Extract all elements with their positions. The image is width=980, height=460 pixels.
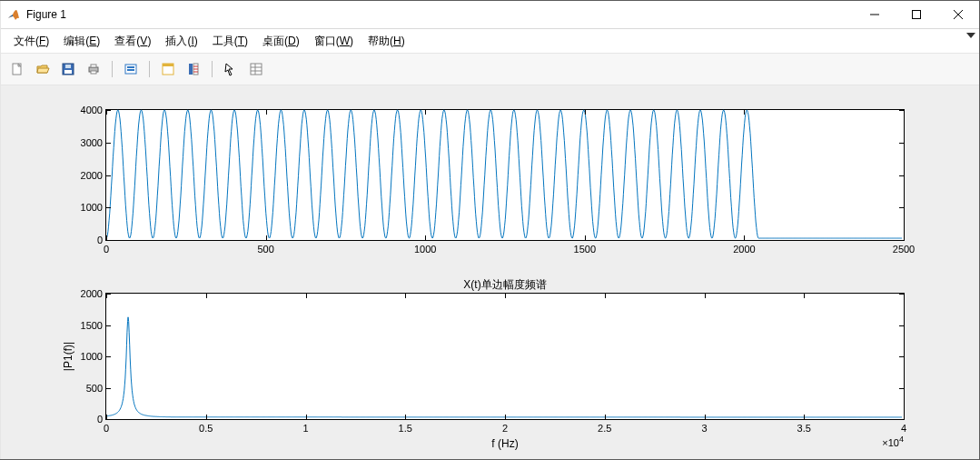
figure-window: :80:-c2( :(-(-( Figure 1: [0, 0, 980, 460]
x-tick-label: 0.5: [199, 419, 213, 434]
figure-area[interactable]: 0500100015002000250001000200030004000 X(…: [1, 85, 979, 459]
x-tick-label: 3: [701, 419, 707, 434]
y-tick-label: 0: [97, 414, 106, 425]
menu-tools[interactable]: 工具(T): [207, 32, 253, 51]
x-tick-label: 500: [257, 240, 273, 255]
y-tick-label: 500: [86, 383, 106, 394]
axes-bottom-xlabel: f (Hz): [491, 437, 518, 450]
y-tick-label: 2000: [81, 288, 106, 299]
menu-view[interactable]: 查看(V): [109, 32, 156, 51]
axes-bottom-ylabel: |P1(f)|: [62, 342, 74, 371]
line-plot-spectrum: [106, 294, 904, 419]
line-plot-signal: [106, 110, 904, 240]
svg-rect-6: [64, 70, 72, 74]
titlebar: Figure 1: [1, 1, 979, 29]
x-tick-label: 3.5: [797, 419, 811, 434]
toolbar-separator: [112, 61, 113, 77]
menu-window[interactable]: 窗口(W): [309, 32, 359, 51]
svg-rect-7: [65, 65, 71, 68]
menubar-dropdown-icon[interactable]: [966, 31, 975, 42]
x-tick-label: 4: [901, 419, 906, 434]
open-property-inspector-button[interactable]: [245, 58, 267, 80]
y-tick-label: 1000: [81, 202, 106, 213]
y-tick-label: 4000: [81, 105, 106, 115]
y-tick-label: 0: [97, 235, 106, 245]
window-title: Figure 1: [26, 8, 66, 21]
maximize-button[interactable]: [896, 1, 937, 28]
x-tick-label: 1500: [574, 240, 596, 255]
x-tick-label: 2000: [733, 240, 755, 255]
new-figure-button[interactable]: [6, 58, 28, 80]
print-button[interactable]: [83, 58, 104, 80]
toolbar-separator: [212, 61, 213, 77]
toolbar: [1, 53, 979, 85]
svg-rect-12: [127, 66, 134, 68]
menu-desktop[interactable]: 桌面(D): [257, 32, 305, 51]
window-buttons: [854, 1, 979, 28]
matlab-icon: [6, 7, 21, 22]
plot-canvas: 0500100015002000250001000200030004000 X(…: [10, 91, 970, 454]
axes-bottom-x-exponent: ×104: [882, 435, 904, 448]
x-tick-label: 1000: [414, 240, 436, 255]
toolbar-separator: [149, 61, 150, 77]
svg-rect-1: [913, 11, 921, 19]
axes-top[interactable]: 0500100015002000250001000200030004000: [105, 109, 905, 241]
y-tick-label: 3000: [81, 137, 106, 148]
svg-rect-21: [251, 64, 262, 75]
x-tick-label: 2.5: [598, 419, 611, 434]
open-button[interactable]: [32, 58, 54, 80]
svg-rect-10: [91, 71, 96, 74]
svg-rect-13: [127, 69, 134, 71]
svg-rect-16: [189, 64, 193, 75]
axes-bottom-title: X(t)单边幅度频谱: [463, 277, 546, 293]
menubar: 文件(F) 编辑(E) 查看(V) 插入(I) 工具(T) 桌面(D) 窗口(W…: [1, 29, 979, 53]
menu-edit[interactable]: 编辑(E): [58, 32, 105, 51]
svg-rect-15: [163, 64, 173, 66]
save-button[interactable]: [57, 58, 79, 80]
y-tick-label: 1000: [81, 351, 106, 362]
print-preview-button[interactable]: [120, 58, 142, 80]
svg-rect-9: [91, 65, 96, 67]
menu-insert[interactable]: 插入(I): [160, 32, 203, 51]
title-left: Figure 1: [6, 7, 66, 22]
x-tick-label: 2500: [893, 240, 915, 255]
x-tick-label: 2: [502, 419, 508, 434]
y-tick-label: 1500: [81, 320, 106, 331]
link-plot-button[interactable]: [157, 58, 179, 80]
edit-plot-button[interactable]: [220, 58, 242, 80]
y-tick-label: 2000: [81, 170, 106, 181]
axes-bottom[interactable]: X(t)单边幅度频谱 f (Hz) |P1(f)| ×104 00.511.52…: [105, 293, 905, 420]
menu-help[interactable]: 帮助(H): [362, 32, 411, 51]
x-tick-label: 1.5: [399, 419, 412, 434]
x-tick-label: 1: [302, 419, 308, 434]
minimize-button[interactable]: [854, 1, 896, 28]
close-button[interactable]: [937, 1, 979, 28]
menu-file[interactable]: 文件(F): [8, 32, 54, 51]
insert-colorbar-button[interactable]: [183, 58, 204, 80]
